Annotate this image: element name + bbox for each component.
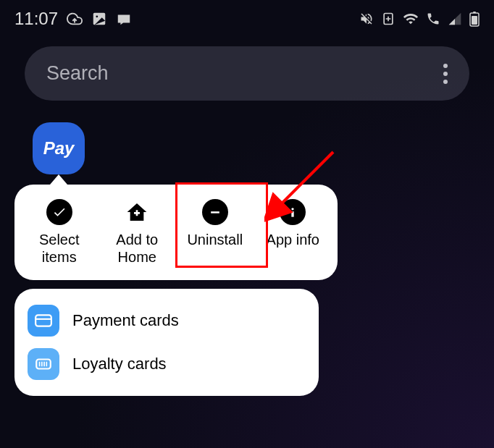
card-icon [28, 305, 59, 337]
wifi-calling-icon [426, 12, 440, 26]
message-icon [116, 11, 132, 27]
menu-label: Select items [39, 231, 80, 266]
svg-rect-6 [211, 211, 219, 214]
svg-point-7 [292, 208, 294, 210]
menu-app-info[interactable]: App info [254, 196, 332, 269]
app-icon-pay[interactable]: Pay [33, 122, 85, 174]
shortcut-label: Loyalty cards [72, 355, 167, 373]
menu-label: Add to Home [116, 231, 158, 266]
status-right [359, 11, 480, 27]
more-icon[interactable] [443, 64, 448, 84]
battery-icon [469, 11, 480, 27]
menu-label: Uninstall [187, 231, 243, 248]
menu-label: App info [267, 231, 319, 248]
image-icon [91, 11, 107, 27]
menu-select-items[interactable]: Select items [20, 196, 99, 269]
shortcut-label: Payment cards [72, 311, 179, 330]
shortcuts-panel: Payment cards Loyalty cards [14, 289, 319, 396]
app-icon-label: Pay [43, 138, 75, 159]
home-plus-icon [124, 199, 150, 225]
svg-rect-11 [36, 360, 51, 369]
search-placeholder: Search [46, 62, 109, 85]
popup-arrow [50, 174, 67, 185]
check-circle-icon [46, 199, 72, 225]
svg-rect-4 [472, 16, 477, 25]
status-bar: 11:07 [0, 0, 494, 38]
signal-icon [448, 12, 462, 26]
search-bar[interactable]: Search [25, 46, 469, 101]
menu-uninstall[interactable]: Uninstall [176, 196, 254, 269]
context-menu: Select items Add to Home Uninstall App i… [14, 185, 338, 280]
cloud-backup-icon [67, 11, 83, 27]
menu-add-home[interactable]: Add to Home [99, 196, 177, 269]
shortcut-loyalty-cards[interactable]: Loyalty cards [28, 342, 306, 386]
shortcut-payment-cards[interactable]: Payment cards [28, 299, 306, 342]
svg-rect-8 [292, 211, 294, 217]
data-saver-icon [381, 12, 395, 26]
minus-circle-icon [202, 199, 228, 225]
status-time: 11:07 [14, 9, 58, 29]
status-left: 11:07 [14, 9, 132, 29]
mute-icon [359, 12, 374, 26]
info-icon [280, 199, 306, 225]
svg-rect-9 [35, 315, 51, 326]
svg-point-1 [96, 15, 98, 17]
wifi-icon [403, 11, 419, 27]
barcode-icon [28, 348, 59, 380]
svg-rect-5 [473, 12, 476, 13]
